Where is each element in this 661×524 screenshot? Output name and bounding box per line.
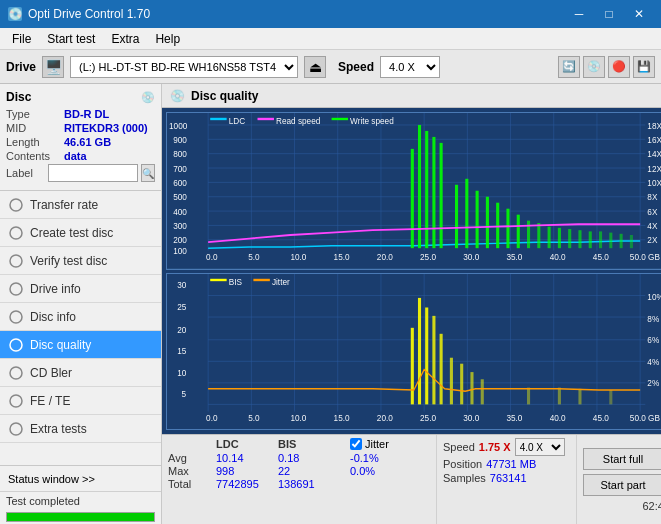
svg-text:6%: 6%	[647, 334, 659, 345]
label-input[interactable]	[48, 164, 138, 182]
svg-rect-136	[470, 372, 473, 404]
save-icon[interactable]: 💾	[633, 56, 655, 78]
svg-rect-139	[558, 387, 561, 404]
svg-text:20.0: 20.0	[377, 252, 393, 263]
menu-start-test[interactable]: Start test	[39, 30, 103, 48]
svg-text:16X: 16X	[647, 134, 661, 145]
drive-label: Drive	[6, 60, 36, 74]
avg-ldc: 10.14	[216, 452, 278, 464]
drivebar: Drive 🖥️ (L:) HL-DT-ST BD-RE WH16NS58 TS…	[0, 50, 661, 84]
svg-text:10X: 10X	[647, 177, 661, 188]
sidebar-item-verify-test-disc[interactable]: Verify test disc	[0, 247, 161, 275]
svg-text:30.0: 30.0	[463, 412, 479, 423]
maximize-button[interactable]: □	[595, 4, 623, 24]
svg-text:800: 800	[173, 149, 187, 160]
svg-text:30.0: 30.0	[463, 252, 479, 263]
menu-file[interactable]: File	[4, 30, 39, 48]
start-full-button[interactable]: Start full	[583, 448, 661, 470]
cd-bler-icon	[8, 365, 24, 381]
disc-icon[interactable]: 💿	[583, 56, 605, 78]
speed-dropdown[interactable]: 4.0 X	[515, 438, 565, 456]
menu-help[interactable]: Help	[147, 30, 188, 48]
svg-text:45.0: 45.0	[593, 252, 609, 263]
svg-text:700: 700	[173, 163, 187, 174]
svg-text:25: 25	[177, 301, 186, 312]
svg-text:10: 10	[177, 367, 186, 378]
svg-text:35.0: 35.0	[506, 412, 522, 423]
eject-icon[interactable]: ⏏	[304, 56, 326, 78]
disc-type-row: Type BD-R DL	[6, 108, 155, 120]
minimize-button[interactable]: ─	[565, 4, 593, 24]
contents-value: data	[64, 150, 155, 162]
sidebar-item-transfer-rate[interactable]: Transfer rate	[0, 191, 161, 219]
svg-text:45.0: 45.0	[593, 412, 609, 423]
svg-rect-63	[432, 137, 435, 248]
svg-rect-73	[537, 223, 540, 248]
verify-test-disc-icon	[8, 253, 24, 269]
svg-text:Read speed: Read speed	[276, 115, 320, 126]
svg-rect-134	[450, 357, 453, 404]
svg-text:15.0: 15.0	[334, 252, 350, 263]
contents-label: Contents	[6, 150, 64, 162]
disc-label-row: Label 🔍	[6, 164, 155, 182]
sidebar-item-drive-info[interactable]: Drive info	[0, 275, 161, 303]
col-ldc-header: LDC	[216, 438, 278, 450]
svg-rect-75	[558, 228, 561, 248]
jitter-checkbox[interactable]	[350, 438, 362, 450]
erase-icon[interactable]: 🔴	[608, 56, 630, 78]
drive-icon[interactable]: 🖥️	[42, 56, 64, 78]
svg-text:Write speed: Write speed	[350, 115, 394, 126]
svg-rect-141	[609, 390, 612, 404]
label-search-button[interactable]: 🔍	[141, 164, 155, 182]
fe-te-label: FE / TE	[30, 394, 70, 408]
transfer-rate-icon	[8, 197, 24, 213]
start-part-button[interactable]: Start part	[583, 474, 661, 496]
drivebar-right-icons: 🔄 💿 🔴 💾	[558, 56, 655, 78]
svg-text:2%: 2%	[647, 377, 659, 388]
chart-lower: 30 25 20 15 10 5 10% 8% 6% 4% 2% 0.0 5.0…	[166, 273, 661, 431]
svg-rect-140	[578, 388, 581, 404]
stats-bottom: LDC BIS Jitter Avg 10.14 0.18 -0.1%	[162, 434, 661, 524]
svg-text:30: 30	[177, 279, 186, 290]
svg-rect-137	[481, 379, 484, 404]
sidebar-item-extra-tests[interactable]: Extra tests	[0, 415, 161, 443]
max-ldc: 998	[216, 465, 278, 477]
svg-rect-67	[476, 191, 479, 248]
sidebar-item-cd-bler[interactable]: CD Bler	[0, 359, 161, 387]
total-label: Total	[168, 478, 216, 490]
svg-rect-66	[465, 179, 468, 248]
content-title: Disc quality	[191, 89, 258, 103]
svg-text:5.0: 5.0	[248, 412, 259, 423]
speed-label: Speed	[443, 441, 475, 453]
content-header: 💿 Disc quality	[162, 84, 661, 108]
total-ldc: 7742895	[216, 478, 278, 490]
svg-point-4	[10, 311, 22, 323]
stats-max-row: Max 998 22 0.0%	[168, 465, 430, 477]
svg-text:0.0: 0.0	[206, 252, 217, 263]
sidebar-item-create-test-disc[interactable]: Create test disc	[0, 219, 161, 247]
sidebar-item-disc-info[interactable]: Disc info	[0, 303, 161, 331]
close-button[interactable]: ✕	[625, 4, 653, 24]
stats-left: LDC BIS Jitter Avg 10.14 0.18 -0.1%	[162, 435, 436, 524]
stats-speed-area: Speed 1.75 X 4.0 X Position 47731 MB Sam…	[436, 435, 576, 524]
verify-test-disc-label: Verify test disc	[30, 254, 107, 268]
speed-select[interactable]: 4.0 X	[380, 56, 440, 78]
status-window-button[interactable]: Status window >>	[0, 466, 161, 492]
stats-total-row: Total 7742895 138691	[168, 478, 430, 490]
disc-contents-row: Contents data	[6, 150, 155, 162]
status-text: Test completed	[0, 492, 161, 510]
titlebar-title: Opti Drive Control 1.70	[28, 7, 150, 21]
drive-select[interactable]: (L:) HL-DT-ST BD-RE WH16NS58 TST4	[70, 56, 298, 78]
avg-jitter: -0.1%	[350, 452, 430, 464]
refresh-icon[interactable]: 🔄	[558, 56, 580, 78]
menu-extra[interactable]: Extra	[103, 30, 147, 48]
sidebar-item-fe-te[interactable]: FE / TE	[0, 387, 161, 415]
speed-value: 1.75 X	[479, 441, 511, 453]
sidebar-item-disc-quality[interactable]: Disc quality	[0, 331, 161, 359]
svg-text:35.0: 35.0	[506, 252, 522, 263]
svg-text:LDC: LDC	[229, 115, 246, 126]
samples-row: Samples 763141	[443, 472, 570, 484]
app-icon: 💿	[8, 7, 22, 21]
svg-text:0.0: 0.0	[206, 412, 217, 423]
svg-text:20: 20	[177, 324, 186, 335]
